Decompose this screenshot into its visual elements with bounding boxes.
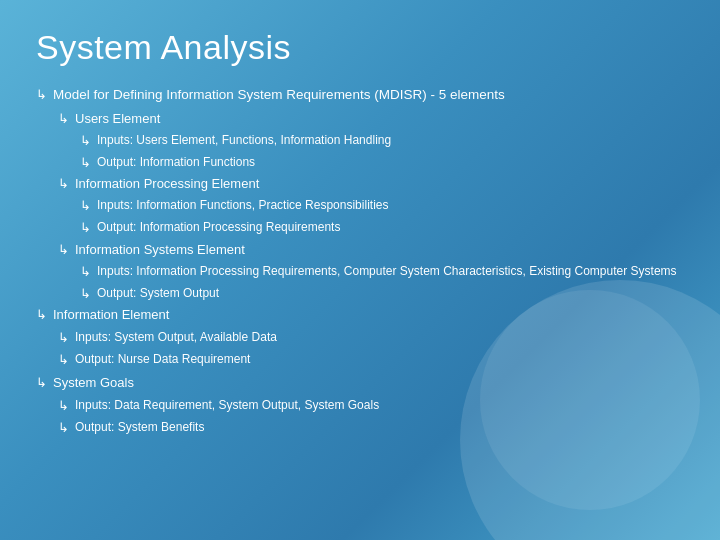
list-item: ↳ Inputs: Users Element, Functions, Info… [36, 131, 684, 151]
list-item: ↳ Inputs: Information Functions, Practic… [36, 196, 684, 216]
bullet-arrow-l3: ↳ [80, 218, 91, 238]
list-item: ↳ Output: System Output [36, 284, 684, 304]
bullet-arrow-l2: ↳ [58, 328, 69, 348]
bullet-arrow-l2: ↳ [58, 240, 69, 260]
bullet-arrow-l1: ↳ [36, 305, 47, 325]
list-item: ↳ Output: Information Functions [36, 153, 684, 173]
bullet-arrow-l2: ↳ [58, 418, 69, 438]
bullet-arrow-l2: ↳ [58, 109, 69, 129]
bullet-arrow-l1: ↳ [36, 85, 47, 105]
item-label: Inputs: Information Functions, Practice … [97, 196, 684, 215]
list-item: ↳ Information Element [36, 305, 684, 325]
item-label: Users Element [75, 109, 684, 129]
bullet-arrow-l2: ↳ [58, 174, 69, 194]
bullet-arrow-l3: ↳ [80, 262, 91, 282]
list-item: ↳ Inputs: System Output, Available Data [36, 328, 684, 348]
content-area: ↳ Model for Defining Information System … [36, 85, 684, 438]
list-item: ↳ Inputs: Information Processing Require… [36, 262, 684, 282]
item-label: Inputs: System Output, Available Data [75, 328, 684, 347]
list-item: ↳ Inputs: Data Requirement, System Outpu… [36, 396, 684, 416]
bullet-arrow-l3: ↳ [80, 153, 91, 173]
list-item: ↳ Output: Information Processing Require… [36, 218, 684, 238]
item-label: Inputs: Data Requirement, System Output,… [75, 396, 684, 415]
item-label: Output: Information Processing Requireme… [97, 218, 684, 237]
bullet-arrow-l1: ↳ [36, 373, 47, 393]
item-label: Output: Information Functions [97, 153, 684, 172]
item-label: Output: System Benefits [75, 418, 684, 437]
list-item: ↳ Information Systems Element [36, 240, 684, 260]
item-label: Output: System Output [97, 284, 684, 303]
list-item: ↳ Output: Nurse Data Requirement [36, 350, 684, 370]
bullet-arrow-l3: ↳ [80, 284, 91, 304]
item-label: Information Systems Element [75, 240, 684, 260]
item-label: Information Element [53, 305, 684, 325]
bullet-arrow-l3: ↳ [80, 196, 91, 216]
bullet-arrow-l2: ↳ [58, 396, 69, 416]
item-label: Inputs: Users Element, Functions, Inform… [97, 131, 684, 150]
list-item: ↳ Output: System Benefits [36, 418, 684, 438]
list-item: ↳ Model for Defining Information System … [36, 85, 684, 106]
item-label: Output: Nurse Data Requirement [75, 350, 684, 369]
slide: System Analysis ↳ Model for Defining Inf… [0, 0, 720, 540]
bullet-arrow-l2: ↳ [58, 350, 69, 370]
item-label: Inputs: Information Processing Requireme… [97, 262, 684, 281]
page-title: System Analysis [36, 28, 684, 67]
bullet-arrow-l3: ↳ [80, 131, 91, 151]
item-label: Model for Defining Information System Re… [53, 85, 684, 106]
list-item: ↳ Information Processing Element [36, 174, 684, 194]
list-item: ↳ Users Element [36, 109, 684, 129]
item-label: System Goals [53, 373, 684, 393]
list-item: ↳ System Goals [36, 373, 684, 393]
item-label: Information Processing Element [75, 174, 684, 194]
